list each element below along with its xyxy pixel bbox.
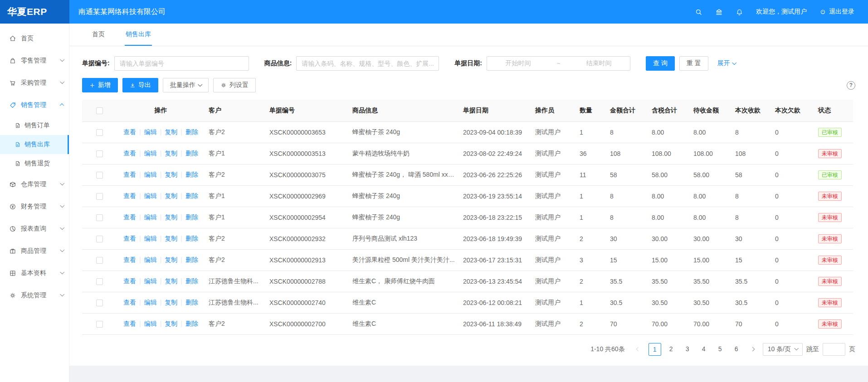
- row-action-copy[interactable]: 复制: [165, 235, 177, 242]
- batch-operations-button[interactable]: 批量操作: [163, 78, 209, 92]
- row-checkbox[interactable]: [96, 193, 103, 200]
- sidebar-item-warehouse[interactable]: 仓库管理: [0, 173, 69, 195]
- reset-button[interactable]: 重 置: [679, 56, 708, 71]
- row-checkbox[interactable]: [96, 129, 103, 136]
- row-action-copy[interactable]: 复制: [165, 192, 177, 199]
- page-button-3[interactable]: 3: [681, 343, 694, 356]
- sidebar-item-sales-order[interactable]: 销售订单: [0, 116, 69, 135]
- row-action-delete[interactable]: 删除: [185, 150, 198, 157]
- sidebar-item-report[interactable]: 报表查询: [0, 218, 69, 240]
- row-action-edit[interactable]: 编辑: [144, 235, 157, 242]
- sidebar-item-home[interactable]: 首页: [0, 27, 69, 49]
- search-icon[interactable]: [695, 8, 702, 16]
- tab-sales-outbound[interactable]: 销售出库: [125, 24, 152, 46]
- row-action-edit[interactable]: 编辑: [144, 192, 157, 199]
- row-action-edit[interactable]: 编辑: [144, 299, 157, 306]
- row-action-view[interactable]: 查看: [123, 235, 136, 242]
- page-button-1[interactable]: 1: [649, 343, 661, 356]
- col-header-tax-total: 含税合计: [648, 100, 690, 121]
- row-checkbox[interactable]: [96, 257, 103, 264]
- tab-home[interactable]: 首页: [91, 24, 106, 46]
- cell-operator: 测试用户: [532, 228, 576, 249]
- row-action-delete[interactable]: 删除: [185, 171, 198, 178]
- product-input[interactable]: [296, 56, 439, 71]
- row-action-copy[interactable]: 复制: [165, 150, 177, 157]
- row-action-copy[interactable]: 复制: [165, 277, 177, 285]
- row-action-copy[interactable]: 复制: [165, 171, 177, 178]
- user-welcome[interactable]: 欢迎您，测试用户: [756, 8, 807, 16]
- row-checkbox[interactable]: [96, 278, 103, 285]
- row-action-view[interactable]: 查看: [123, 256, 136, 263]
- column-settings-button[interactable]: 列设置: [213, 78, 256, 92]
- row-action-view[interactable]: 查看: [123, 320, 136, 327]
- row-action-view[interactable]: 查看: [123, 192, 136, 199]
- row-action-edit[interactable]: 编辑: [144, 277, 157, 285]
- sidebar-item-finance[interactable]: 财务管理: [0, 195, 69, 218]
- row-action-view[interactable]: 查看: [123, 128, 136, 135]
- help-icon[interactable]: ?: [847, 81, 855, 90]
- next-page-button[interactable]: [746, 343, 759, 356]
- row-action-view[interactable]: 查看: [123, 171, 136, 178]
- page-button-4[interactable]: 4: [697, 343, 710, 356]
- search-button[interactable]: 查 询: [646, 56, 675, 71]
- page-button-6[interactable]: 6: [730, 343, 743, 356]
- select-all-checkbox[interactable]: [96, 107, 103, 114]
- sidebar-item-basic-data[interactable]: 基本资料: [0, 262, 69, 284]
- row-checkbox[interactable]: [96, 300, 103, 306]
- sidebar-item-retail[interactable]: 零售管理: [0, 49, 69, 72]
- sidebar-item-sales[interactable]: 销售管理: [0, 94, 69, 116]
- page-button-5[interactable]: 5: [714, 343, 727, 356]
- row-action-copy[interactable]: 复制: [165, 213, 177, 221]
- row-action-view[interactable]: 查看: [123, 213, 136, 221]
- row-action-edit[interactable]: 编辑: [144, 213, 157, 221]
- date-range-input[interactable]: 开始时间 ~ 结束时间: [487, 56, 630, 71]
- sidebar-item-goods[interactable]: 商品管理: [0, 240, 69, 262]
- row-action-copy[interactable]: 复制: [165, 256, 177, 263]
- action-separator: |: [160, 192, 162, 199]
- row-action-view[interactable]: 查看: [123, 277, 136, 285]
- page-button-2[interactable]: 2: [665, 343, 678, 356]
- row-action-delete[interactable]: 删除: [185, 320, 198, 327]
- row-checkbox[interactable]: [96, 236, 103, 242]
- row-checkbox[interactable]: [96, 214, 103, 221]
- row-action-edit[interactable]: 编辑: [144, 171, 157, 178]
- row-action-view[interactable]: 查看: [123, 150, 136, 157]
- bank-icon[interactable]: [715, 8, 723, 16]
- logout-button[interactable]: 退出登录: [819, 8, 854, 16]
- row-action-delete[interactable]: 删除: [185, 277, 198, 285]
- row-action-edit[interactable]: 编辑: [144, 320, 157, 327]
- bell-icon[interactable]: [736, 8, 743, 16]
- row-action-copy[interactable]: 复制: [165, 299, 177, 306]
- sidebar-item-sales-return[interactable]: 销售退货: [0, 154, 69, 173]
- date-filter: 单据日期: 开始时间 ~ 结束时间: [454, 56, 630, 71]
- row-checkbox[interactable]: [96, 150, 103, 157]
- sidebar-item-system[interactable]: 系统管理: [0, 284, 69, 306]
- row-action-copy[interactable]: 复制: [165, 320, 177, 327]
- row-action-delete[interactable]: 删除: [185, 256, 198, 263]
- row-action-edit[interactable]: 编辑: [144, 128, 157, 135]
- row-action-delete[interactable]: 删除: [185, 213, 198, 221]
- row-checkbox[interactable]: [96, 321, 103, 328]
- prev-page-button[interactable]: [632, 343, 645, 356]
- cell-tax_total: 30.00: [648, 228, 690, 249]
- row-action-delete[interactable]: 删除: [185, 235, 198, 242]
- row-action-copy[interactable]: 复制: [165, 128, 177, 135]
- bill-no-input[interactable]: [114, 56, 249, 71]
- status-badge: 未审核: [818, 319, 842, 329]
- row-action-delete[interactable]: 删除: [185, 299, 198, 306]
- action-separator: |: [180, 192, 182, 199]
- row-action-delete[interactable]: 删除: [185, 128, 198, 135]
- sidebar-item-purchase[interactable]: 采购管理: [0, 72, 69, 94]
- row-checkbox[interactable]: [96, 172, 103, 179]
- row-action-view[interactable]: 查看: [123, 299, 136, 306]
- sidebar-item-sales-outbound[interactable]: 销售出库: [0, 135, 69, 154]
- add-button[interactable]: 新增: [82, 78, 118, 92]
- export-button[interactable]: 导出: [122, 78, 158, 92]
- row-action-delete[interactable]: 删除: [185, 192, 198, 199]
- expand-link[interactable]: 展开: [717, 59, 736, 68]
- page-size-select[interactable]: 10 条/页: [763, 343, 803, 356]
- row-action-edit[interactable]: 编辑: [144, 256, 157, 263]
- jump-page-input[interactable]: [823, 343, 845, 356]
- cell-date: 2023-06-13 23:45:54: [459, 271, 532, 292]
- row-action-edit[interactable]: 编辑: [144, 150, 157, 157]
